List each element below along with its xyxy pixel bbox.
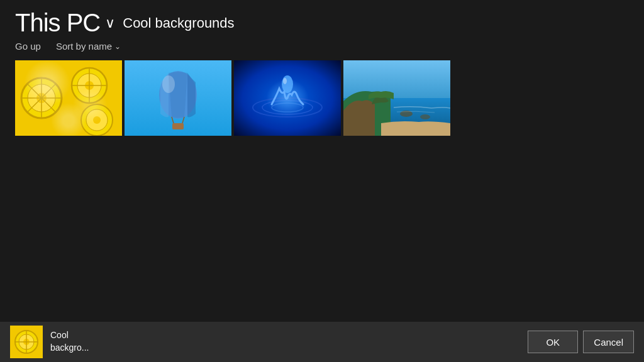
svg-point-31: [420, 114, 430, 119]
go-up-button[interactable]: Go up: [15, 41, 41, 52]
svg-point-25: [272, 103, 303, 112]
list-item[interactable]: [343, 60, 450, 136]
svg-point-27: [283, 78, 287, 84]
svg-point-8: [72, 68, 107, 103]
status-buttons: OK Cancel: [528, 331, 634, 353]
file-thumbnail: [125, 60, 231, 136]
svg-point-9: [77, 74, 101, 97]
svg-rect-21: [172, 123, 184, 129]
toolbar: Go up Sort by name ⌄: [0, 37, 644, 58]
status-name-line1: Cool: [50, 329, 89, 342]
sort-chevron-icon: ⌄: [114, 42, 121, 51]
lemon-image: [15, 60, 122, 136]
page-title: This PC: [15, 9, 100, 37]
list-item[interactable]: [234, 60, 341, 136]
svg-point-13: [81, 104, 113, 136]
balloon-image: [125, 60, 231, 136]
file-thumbnail: [343, 60, 450, 136]
water-image: [234, 60, 341, 136]
svg-point-1: [21, 78, 62, 118]
svg-point-2: [28, 84, 55, 112]
pc-dropdown-chevron[interactable]: ∨: [105, 15, 115, 31]
status-selected-name: Cool backgro...: [50, 329, 89, 354]
svg-line-7: [27, 84, 56, 112]
file-thumbnail: [15, 60, 122, 136]
coast-image: [343, 60, 450, 136]
status-name-line2: backgro...: [50, 342, 89, 354]
status-thumbnail: [10, 326, 43, 358]
svg-point-18: [162, 75, 175, 93]
svg-line-6: [27, 84, 56, 112]
ok-button[interactable]: OK: [528, 331, 578, 353]
sort-button[interactable]: Sort by name ⌄: [56, 41, 121, 52]
list-item[interactable]: [15, 60, 122, 136]
svg-rect-22: [234, 60, 341, 136]
svg-point-14: [86, 109, 108, 131]
sort-label: Sort by name: [56, 41, 112, 52]
svg-rect-0: [15, 60, 122, 136]
status-bar: Cool backgro... OK Cancel: [0, 322, 644, 362]
svg-point-24: [262, 101, 313, 114]
file-thumbnail: [234, 60, 341, 136]
file-grid: [0, 58, 644, 138]
list-item[interactable]: [125, 60, 231, 136]
svg-point-10: [85, 81, 94, 90]
header: This PC ∨ Cool backgrounds: [0, 0, 644, 37]
svg-point-3: [36, 93, 47, 103]
svg-point-26: [282, 75, 293, 93]
svg-point-15: [93, 116, 101, 124]
cancel-button[interactable]: Cancel: [583, 331, 634, 353]
breadcrumb-folder: Cool backgrounds: [123, 15, 234, 31]
